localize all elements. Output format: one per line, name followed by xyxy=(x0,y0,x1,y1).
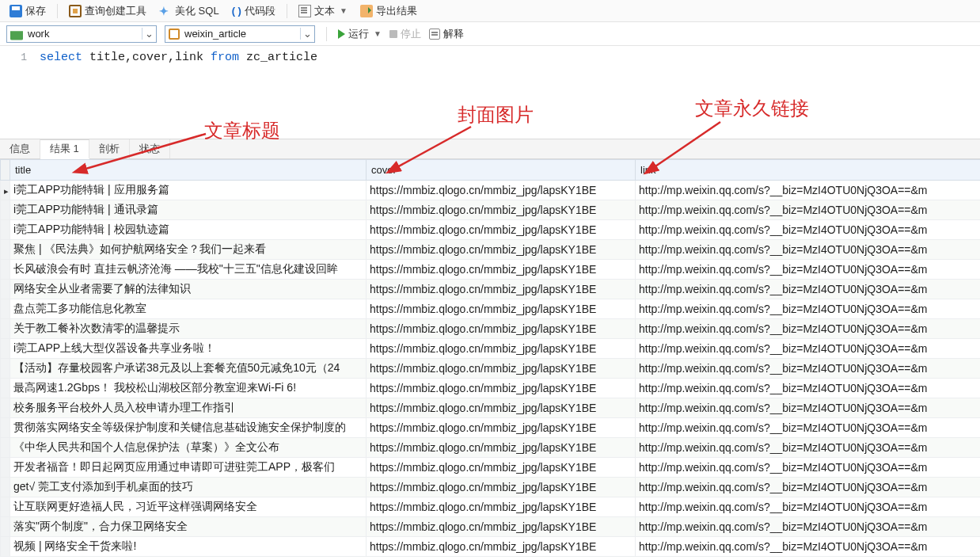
dropdown-icon[interactable]: ⌄ xyxy=(142,28,156,40)
cell-cover[interactable]: https://mmbiz.qlogo.cn/mmbiz_jpg/lapsKY1… xyxy=(367,240,636,260)
cell-cover[interactable]: https://mmbiz.qlogo.cn/mmbiz_jpg/lapsKY1… xyxy=(367,181,636,200)
row-header[interactable] xyxy=(1,299,10,319)
snippet-button[interactable]: ( ) 代码段 xyxy=(227,2,280,20)
cell-link[interactable]: http://mp.weixin.qq.com/s?__biz=MzI4OTU0… xyxy=(636,220,981,240)
row-header[interactable] xyxy=(1,537,10,557)
row-header[interactable] xyxy=(1,497,10,517)
table-row[interactable]: 关于教工餐补次数清零的温馨提示https://mmbiz.qlogo.cn/mm… xyxy=(1,319,981,339)
tab-status[interactable]: 状态 xyxy=(130,139,170,158)
row-header[interactable] xyxy=(1,517,10,537)
cell-cover[interactable]: https://mmbiz.qlogo.cn/mmbiz_jpg/lapsKY1… xyxy=(367,537,636,557)
row-header[interactable] xyxy=(1,438,10,458)
row-header[interactable] xyxy=(1,181,10,200)
row-header[interactable] xyxy=(1,280,10,299)
table-row[interactable]: 网络安全从业者需要了解的法律知识https://mmbiz.qlogo.cn/m… xyxy=(1,280,981,299)
col-cover[interactable]: cover xyxy=(367,160,636,181)
cell-cover[interactable]: https://mmbiz.qlogo.cn/mmbiz_jpg/lapsKY1… xyxy=(367,497,636,517)
run-button[interactable]: 运行 ▼ xyxy=(338,27,382,41)
cell-link[interactable]: http://mp.weixin.qq.com/s?__biz=MzI4OTU0… xyxy=(636,319,981,339)
cell-link[interactable]: http://mp.weixin.qq.com/s?__biz=MzI4OTU0… xyxy=(636,537,981,557)
table-row[interactable]: i莞工APP上线大型仪器设备共享业务啦！https://mmbiz.qlogo.… xyxy=(1,339,981,359)
table-row[interactable]: 视频 | 网络安全干货来啦!https://mmbiz.qlogo.cn/mmb… xyxy=(1,537,981,557)
table-row[interactable]: 最高网速1.2Gbps！ 我校松山湖校区部分教室迎来Wi-Fi 6!https:… xyxy=(1,379,981,398)
cell-link[interactable]: http://mp.weixin.qq.com/s?__biz=MzI4OTU0… xyxy=(636,280,981,299)
result-grid-wrap[interactable]: title cover link i莞工APP功能特辑 | 应用服务篇https… xyxy=(0,159,980,560)
table-row[interactable]: 《中华人民共和国个人信息保护法（草案）》全文公布https://mmbiz.ql… xyxy=(1,438,981,458)
table-row[interactable]: 【活动】存量校园客户承诺38元及以上套餐充值50元减免10元（24https:/… xyxy=(1,359,981,379)
table-row[interactable]: 让互联网更好造福人民，习近平这样强调网络安全https://mmbiz.qlog… xyxy=(1,497,981,517)
cell-link[interactable]: http://mp.weixin.qq.com/s?__biz=MzI4OTU0… xyxy=(636,398,981,418)
cell-link[interactable]: http://mp.weixin.qq.com/s?__biz=MzI4OTU0… xyxy=(636,517,981,537)
cell-title[interactable]: 开发者福音！即日起网页应用通过申请即可进驻莞工APP，极客们 xyxy=(10,458,367,478)
cell-link[interactable]: http://mp.weixin.qq.com/s?__biz=MzI4OTU0… xyxy=(636,438,981,458)
table-row[interactable]: 落实"两个制度"，合力保卫网络安全https://mmbiz.qlogo.cn/… xyxy=(1,517,981,537)
tab-info[interactable]: 信息 xyxy=(0,139,40,158)
cell-cover[interactable]: https://mmbiz.qlogo.cn/mmbiz_jpg/lapsKY1… xyxy=(367,220,636,240)
cell-cover[interactable]: https://mmbiz.qlogo.cn/mmbiz_jpg/lapsKY1… xyxy=(367,379,636,398)
save-button[interactable]: 保存 xyxy=(5,2,51,20)
cell-link[interactable]: http://mp.weixin.qq.com/s?__biz=MzI4OTU0… xyxy=(636,260,981,280)
sql-editor[interactable]: 1 select title,cover,link from zc_articl… xyxy=(0,46,980,139)
beautify-sql-button[interactable]: ✦ 美化 SQL xyxy=(154,2,224,20)
cell-cover[interactable]: https://mmbiz.qlogo.cn/mmbiz_jpg/lapsKY1… xyxy=(367,319,636,339)
cell-cover[interactable]: https://mmbiz.qlogo.cn/mmbiz_jpg/lapsKY1… xyxy=(367,359,636,379)
table-row[interactable]: 贯彻落实网络安全等级保护制度和关键信息基础设施安全保护制度的https://mm… xyxy=(1,418,981,438)
result-grid[interactable]: title cover link i莞工APP功能特辑 | 应用服务篇https… xyxy=(0,159,980,557)
cell-title[interactable]: 长风破浪会有时 直挂云帆济沧海 ——我校"十三五"信息化建设回眸 xyxy=(10,260,367,280)
table-row[interactable]: 长风破浪会有时 直挂云帆济沧海 ——我校"十三五"信息化建设回眸https://… xyxy=(1,260,981,280)
cell-cover[interactable]: https://mmbiz.qlogo.cn/mmbiz_jpg/lapsKY1… xyxy=(367,260,636,280)
cell-cover[interactable]: https://mmbiz.qlogo.cn/mmbiz_jpg/lapsKY1… xyxy=(367,458,636,478)
cell-title[interactable]: 最高网速1.2Gbps！ 我校松山湖校区部分教室迎来Wi-Fi 6! xyxy=(10,379,367,398)
row-header[interactable] xyxy=(1,379,10,398)
table-row[interactable]: 校务服务平台校外人员入校申请办理工作指引https://mmbiz.qlogo.… xyxy=(1,398,981,418)
cell-title[interactable]: 聚焦 | 《民法典》如何护航网络安全？我们一起来看 xyxy=(10,240,367,260)
dropdown-icon[interactable]: ⌄ xyxy=(300,28,314,40)
cell-cover[interactable]: https://mmbiz.qlogo.cn/mmbiz_jpg/lapsKY1… xyxy=(367,280,636,299)
cell-title[interactable]: 让互联网更好造福人民，习近平这样强调网络安全 xyxy=(10,497,367,517)
text-mode-button[interactable]: 文本 ▼ xyxy=(294,2,352,20)
cell-link[interactable]: http://mp.weixin.qq.com/s?__biz=MzI4OTU0… xyxy=(636,240,981,260)
table-row[interactable]: 盘点莞工多功能信息化教室https://mmbiz.qlogo.cn/mmbiz… xyxy=(1,299,981,319)
row-header[interactable] xyxy=(1,319,10,339)
cell-title[interactable]: 盘点莞工多功能信息化教室 xyxy=(10,299,367,319)
cell-title[interactable]: 《中华人民共和国个人信息保护法（草案）》全文公布 xyxy=(10,438,367,458)
cell-link[interactable]: http://mp.weixin.qq.com/s?__biz=MzI4OTU0… xyxy=(636,299,981,319)
query-builder-button[interactable]: 查询创建工具 xyxy=(64,2,151,20)
cell-cover[interactable]: https://mmbiz.qlogo.cn/mmbiz_jpg/lapsKY1… xyxy=(367,418,636,438)
row-header[interactable] xyxy=(1,398,10,418)
row-header[interactable] xyxy=(1,359,10,379)
dropdown-icon[interactable]: ▼ xyxy=(374,29,382,38)
col-title[interactable]: title xyxy=(10,160,367,181)
table-row[interactable]: i莞工APP功能特辑 | 通讯录篇https://mmbiz.qlogo.cn/… xyxy=(1,200,981,220)
row-header[interactable] xyxy=(1,220,10,240)
table-row[interactable]: i莞工APP功能特辑 | 应用服务篇https://mmbiz.qlogo.cn… xyxy=(1,181,981,200)
cell-cover[interactable]: https://mmbiz.qlogo.cn/mmbiz_jpg/lapsKY1… xyxy=(367,339,636,359)
cell-cover[interactable]: https://mmbiz.qlogo.cn/mmbiz_jpg/lapsKY1… xyxy=(367,398,636,418)
cell-link[interactable]: http://mp.weixin.qq.com/s?__biz=MzI4OTU0… xyxy=(636,478,981,497)
cell-link[interactable]: http://mp.weixin.qq.com/s?__biz=MzI4OTU0… xyxy=(636,379,981,398)
cell-cover[interactable]: https://mmbiz.qlogo.cn/mmbiz_jpg/lapsKY1… xyxy=(367,438,636,458)
cell-link[interactable]: http://mp.weixin.qq.com/s?__biz=MzI4OTU0… xyxy=(636,339,981,359)
editor-code[interactable]: select title,cover,link from zc_article xyxy=(40,46,980,67)
cell-title[interactable]: 视频 | 网络安全干货来啦! xyxy=(10,537,367,557)
cell-link[interactable]: http://mp.weixin.qq.com/s?__biz=MzI4OTU0… xyxy=(636,359,981,379)
export-button[interactable]: 导出结果 xyxy=(355,2,422,20)
cell-cover[interactable]: https://mmbiz.qlogo.cn/mmbiz_jpg/lapsKY1… xyxy=(367,517,636,537)
cell-title[interactable]: i莞工APP功能特辑 | 通讯录篇 xyxy=(10,200,367,220)
cell-link[interactable]: http://mp.weixin.qq.com/s?__biz=MzI4OTU0… xyxy=(636,458,981,478)
cell-link[interactable]: http://mp.weixin.qq.com/s?__biz=MzI4OTU0… xyxy=(636,200,981,220)
cell-title[interactable]: 网络安全从业者需要了解的法律知识 xyxy=(10,280,367,299)
cell-title[interactable]: 校务服务平台校外人员入校申请办理工作指引 xyxy=(10,398,367,418)
explain-button[interactable]: 解释 xyxy=(429,27,464,41)
row-header[interactable] xyxy=(1,240,10,260)
cell-title[interactable]: 【活动】存量校园客户承诺38元及以上套餐充值50元减免10元（24 xyxy=(10,359,367,379)
row-header[interactable] xyxy=(1,458,10,478)
cell-title[interactable]: 落实"两个制度"，合力保卫网络安全 xyxy=(10,517,367,537)
tab-result[interactable]: 结果 1 xyxy=(40,139,89,159)
cell-title[interactable]: i莞工APP功能特辑 | 校园轨迹篇 xyxy=(10,220,367,240)
row-header[interactable] xyxy=(1,260,10,280)
cell-cover[interactable]: https://mmbiz.qlogo.cn/mmbiz_jpg/lapsKY1… xyxy=(367,299,636,319)
cell-cover[interactable]: https://mmbiz.qlogo.cn/mmbiz_jpg/lapsKY1… xyxy=(367,478,636,497)
table-row[interactable]: 聚焦 | 《民法典》如何护航网络安全？我们一起来看https://mmbiz.q… xyxy=(1,240,981,260)
cell-link[interactable]: http://mp.weixin.qq.com/s?__biz=MzI4OTU0… xyxy=(636,418,981,438)
